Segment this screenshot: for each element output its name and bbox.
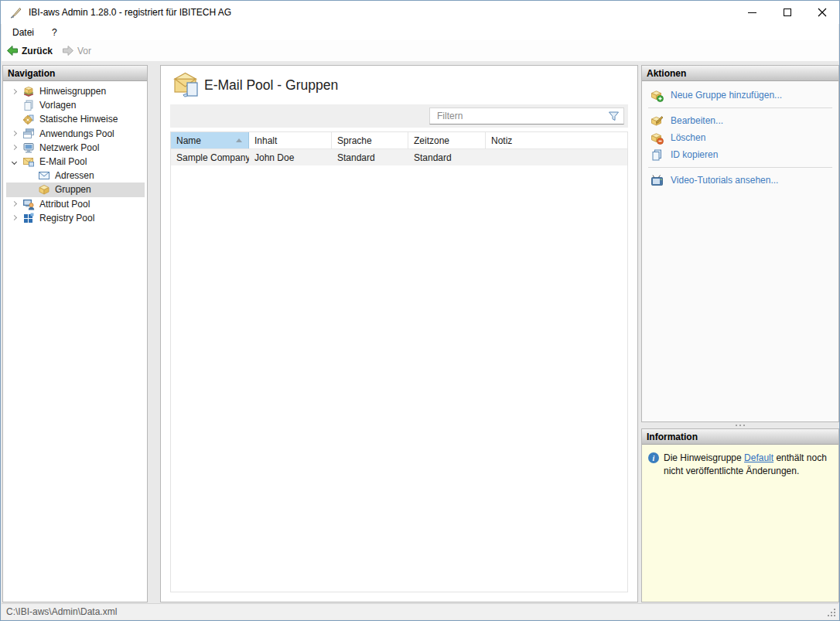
column-header-name[interactable]: Name [171,132,249,148]
sidebar-item-label: Gruppen [55,184,91,195]
sidebar-item-label: E-Mail Pool [39,156,87,167]
copy-id-action[interactable]: ID kopieren [642,146,838,163]
filter-input[interactable] [430,108,623,124]
groups-icon [38,183,50,196]
sidebar-item-label: Netzwerk Pool [39,142,99,153]
cell-name: Sample Company M... [171,149,249,165]
sidebar-item-email-pool[interactable]: E-Mail Pool [3,155,147,169]
sidebar-item-adressen[interactable]: Adressen [3,169,147,183]
sidebar-item-hinweisgruppen[interactable]: Hinweisgruppen [3,84,147,98]
sidebar-item-anwendungs-pool[interactable]: Anwendungs Pool [3,127,147,141]
cell-inhalt: John Doe [249,149,332,165]
column-header-notiz[interactable]: Notiz [486,132,627,148]
filter-toolbar [170,104,628,128]
main-toolbar: Zurück Vor [2,40,838,61]
window-title: IBI-aws Admin 1.28.0 - registriert für I… [29,7,231,18]
add-group-icon [650,89,664,102]
delete-action[interactable]: Löschen [642,129,838,146]
static-notices-icon [22,113,35,125]
sidebar-item-label: Anwendungs Pool [39,128,114,139]
forward-button-label: Vor [77,46,91,56]
column-header-label: Zeitzone [414,135,449,146]
sidebar-item-netzwerk-pool[interactable]: Netzwerk Pool [3,141,147,155]
navigation-panel: Navigation Hinweisgruppen [2,65,148,602]
chevron-down-icon[interactable] [9,160,19,164]
chevron-right-icon[interactable] [9,90,19,94]
column-header-inhalt[interactable]: Inhalt [249,132,332,148]
menu-item-datei[interactable]: Datei [5,26,41,39]
minimize-icon [748,12,756,13]
actions-separator [648,107,832,108]
table-row[interactable]: Sample Company M... John Doe Standard St… [171,149,627,165]
cell-zeitzone: Standard [408,149,486,165]
edit-group-icon [650,114,664,128]
action-label: Neue Gruppe hinzufügen... [671,90,782,101]
sidebar-item-label: Registry Pool [39,213,94,223]
sidebar-item-gruppen[interactable]: Gruppen [3,183,147,196]
default-group-link[interactable]: Default [744,452,773,463]
addresses-icon [38,169,50,182]
main-content-panel: E-Mail Pool - Gruppen Name Inhalt Sprach… [160,65,638,602]
column-header-sprache[interactable]: Sprache [332,132,408,148]
cell-sprache: Standard [332,149,408,165]
actions-panel: Aktionen Neue Gruppe hinzufügen... [641,65,839,422]
app-window: IBI-aws Admin 1.28.0 - registriert für I… [0,0,840,621]
back-button[interactable]: Zurück [2,43,57,58]
back-button-label: Zurück [22,46,53,56]
sidebar-item-label: Hinweisgruppen [39,86,106,97]
info-message-part: Die Hinweisgruppe [664,452,744,463]
sidebar-item-label: Statische Hinweise [39,114,118,125]
information-header: Information [642,429,838,445]
menu-bar: Datei ? [2,24,838,40]
video-tutorials-action[interactable]: Video-Tutorials ansehen... [642,172,838,189]
splitter-handle-icon [739,425,741,426]
edit-action[interactable]: Bearbeiten... [642,112,838,129]
resize-grip[interactable] [827,608,836,617]
back-icon [6,45,19,56]
groups-table: Name Inhalt Sprache Zeitzone Notiz Sampl… [170,131,628,592]
email-pool-groups-icon [173,72,201,98]
navigation-header: Navigation [3,66,147,81]
column-header-label: Notiz [491,135,512,146]
right-side-panel: Aktionen Neue Gruppe hinzufügen... [641,65,839,602]
close-button[interactable] [804,1,839,24]
column-header-zeitzone[interactable]: Zeitzone [408,132,486,148]
filter-field [429,107,624,125]
menu-item-help[interactable]: ? [45,26,64,39]
sidebar-item-attribut-pool[interactable]: Attribut Pool [3,197,147,211]
forward-button[interactable]: Vor [57,43,96,58]
column-header-label: Name [176,135,201,146]
filter-funnel-icon[interactable] [608,111,620,122]
information-message: Die Hinweisgruppe Default enthält noch n… [664,452,832,602]
app-icon [9,6,22,19]
sidebar-item-label: Attribut Pool [39,199,90,210]
sidebar-item-vorlagen[interactable]: Vorlagen [3,98,147,112]
templates-icon [22,99,35,111]
chevron-right-icon[interactable] [9,131,19,135]
chevron-right-icon[interactable] [9,202,19,206]
chevron-right-icon[interactable] [9,216,19,220]
action-label: ID kopieren [671,149,718,160]
actions-separator [648,167,832,168]
navigation-tree: Hinweisgruppen Vorlagen [3,81,147,602]
chevron-right-icon[interactable] [9,145,19,149]
sidebar-item-statische-hinweise[interactable]: Statische Hinweise [3,112,147,126]
maximize-button[interactable] [770,1,804,24]
sidebar-item-registry-pool[interactable]: Registry Pool [3,211,147,225]
email-pool-icon [22,155,35,168]
actions-header: Aktionen [642,66,838,81]
data-file-path: C:\IBI-aws\Admin\Data.xml [6,606,117,617]
add-group-action[interactable]: Neue Gruppe hinzufügen... [642,87,838,104]
registry-pool-icon [22,212,35,224]
panel-splitter[interactable] [641,422,839,428]
notice-groups-icon [22,85,35,97]
video-tutorials-icon [650,174,664,187]
network-pool-icon [22,142,35,154]
minimize-button[interactable] [735,1,770,24]
action-label: Bearbeiten... [671,115,723,126]
forward-icon [62,45,74,56]
sort-ascending-icon [236,138,242,142]
status-bar: C:\IBI-aws\Admin\Data.xml [2,603,838,619]
copy-id-icon [650,148,664,162]
page-title: E-Mail Pool - Gruppen [204,77,338,94]
